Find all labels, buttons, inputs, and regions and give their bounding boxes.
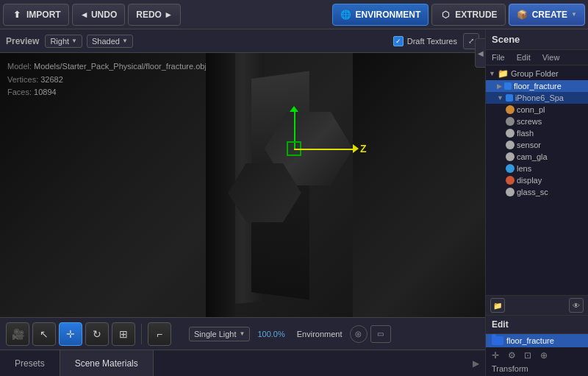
preview-title: Preview (6, 36, 39, 46)
snap-icon: ⌐ (157, 328, 162, 340)
extrude-icon: ⬡ (440, 9, 451, 21)
light-settings-button[interactable]: ◎ (350, 325, 368, 343)
geo-dark (353, 53, 485, 317)
axis-z-arrow (353, 144, 359, 153)
single-light-dropdown[interactable]: Single Light ▼ (189, 327, 250, 341)
cam-gla-icon (506, 152, 514, 161)
transform-section: ✛ ⚙ ⊡ ⊕ Transform (486, 347, 588, 376)
scene-view-button[interactable]: 👁 (569, 298, 584, 313)
tree-item-lens[interactable]: lens (486, 163, 588, 174)
screws-icon (506, 117, 514, 126)
tree-item-sensor[interactable]: sensor (486, 139, 588, 151)
tree-item-screws[interactable]: screws (486, 116, 588, 127)
extrude-button[interactable]: ⬡ EXTRUDE (431, 4, 505, 26)
scene-menu-bar: File Edit View (486, 50, 588, 65)
pivot-transform-icon: ⊕ (540, 350, 552, 362)
floor-fracture-icon (504, 82, 512, 90)
view-mode-chevron-icon: ▼ (71, 38, 77, 44)
shading-mode-dropdown[interactable]: Shaded ▼ (87, 35, 133, 48)
tab-scene-materials[interactable]: Scene Materials (60, 350, 154, 376)
create-chevron-icon: ▼ (571, 11, 577, 18)
rotate-transform-icon: ⚙ (508, 350, 520, 362)
floor-fracture-arrow-icon: ▶ (497, 82, 502, 90)
flash-icon (506, 129, 514, 138)
tree-item-conn-pl[interactable]: conn_pl (486, 104, 588, 116)
environment-button[interactable]: 🌐 ENVIRONMENT (332, 4, 429, 26)
shading-chevron-icon: ▼ (122, 38, 128, 44)
axis-y-arrow (290, 106, 298, 112)
scale-icon: ⊞ (119, 328, 128, 340)
faces-label: Faces: (7, 88, 32, 96)
move-icon: ✛ (66, 328, 75, 340)
scene-bottom-bar: 📁 👁 (486, 295, 588, 316)
axis-z (294, 149, 353, 150)
edit-item-floor-fracture[interactable]: floor_fracture (486, 334, 588, 347)
draft-textures-checkbox[interactable]: ✓ (393, 36, 404, 46)
rotate-tool-button[interactable]: ↻ (85, 322, 109, 346)
panel-collapse-button[interactable]: ◀ (475, 38, 485, 68)
bottom-tabs: Presets Scene Materials ▶ (0, 350, 485, 376)
tree-item-glass-sc[interactable]: glass_sc (486, 186, 588, 198)
tree-item-cam-gla[interactable]: cam_gla (486, 151, 588, 163)
snap-tool-button[interactable]: ⌐ (148, 322, 171, 346)
axis-z-label: Z (360, 143, 367, 155)
tree-item-group-folder[interactable]: ▼ 📁 Group Folder (486, 67, 588, 80)
create-icon: 📦 (517, 9, 528, 21)
iphone6-icon (506, 94, 513, 102)
vertices-value: 32682 (40, 75, 63, 84)
rotate-icon: ↻ (93, 328, 101, 340)
bottom-toolbar: 🎥 ↖ ✛ ↻ ⊞ ⌐ Single Light ▼ (0, 317, 485, 350)
light-chevron-icon: ▼ (240, 330, 245, 337)
lens-icon (506, 164, 514, 173)
scene-menu-view[interactable]: View (537, 50, 566, 65)
tab-presets[interactable]: Presets (0, 350, 60, 376)
group-folder-arrow-icon: ▼ (489, 70, 495, 77)
environment-label: Environment (297, 330, 343, 338)
draft-textures-control[interactable]: ✓ Draft Textures (393, 36, 457, 46)
model-label: Model: (7, 62, 32, 71)
top-toolbar: ⬆ IMPORT ◄ UNDO REDO ► 🌐 ENVIRONMENT ⬡ E… (0, 0, 588, 29)
edit-panel-title: Edit (486, 316, 588, 334)
camera-tool-button[interactable]: 🎥 (6, 322, 29, 346)
faces-value: 10894 (34, 88, 57, 96)
select-tool-button[interactable]: ↖ (32, 322, 56, 346)
scene-menu-edit[interactable]: Edit (511, 50, 537, 65)
select-icon: ↖ (40, 328, 49, 340)
undo-button[interactable]: ◄ UNDO (72, 4, 126, 26)
preview-controls: Right ▼ Shaded ▼ (45, 35, 132, 48)
scene-tree: ▼ 📁 Group Folder ▶ floor_fracture ▼ iPho… (486, 65, 588, 295)
scale-transform-icon: ⊡ (524, 350, 536, 362)
import-button[interactable]: ⬆ IMPORT (3, 4, 69, 26)
scale-tool-button[interactable]: ⊞ (112, 322, 135, 346)
right-panel: Scene File Edit View ▼ 📁 Group Folder ▶ … (485, 29, 588, 376)
tree-item-floor-fracture[interactable]: ▶ floor_fracture (486, 80, 588, 92)
redo-button[interactable]: REDO ► (128, 4, 181, 26)
scene-panel-title: Scene (486, 29, 588, 50)
model-value: Models/Starter_Pack_Physical/floor_fract… (34, 62, 207, 71)
camera-icon: 🎥 (12, 328, 24, 340)
iphone6-arrow-icon: ▼ (497, 94, 503, 102)
tree-item-iphone6[interactable]: ▼ iPhone6_Spa (486, 92, 588, 104)
create-button[interactable]: 📦 CREATE ▼ (509, 4, 585, 26)
transform-row: ✛ ⚙ ⊡ ⊕ (492, 350, 582, 362)
view-mode-dropdown[interactable]: Right ▼ (45, 35, 82, 48)
tree-item-display[interactable]: display (486, 174, 588, 186)
scene-3d: Z (206, 53, 485, 317)
viewport[interactable]: Model: Models/Starter_Pack_Physical/floo… (0, 53, 485, 317)
light-extra-button[interactable]: ▭ (370, 325, 391, 343)
import-icon: ⬆ (11, 9, 23, 21)
viewport-info: Model: Models/Starter_Pack_Physical/floo… (7, 60, 207, 99)
main-layout: Preview Right ▼ Shaded ▼ ✓ Draft Texture… (0, 29, 588, 376)
move-transform-icon: ✛ (492, 350, 503, 362)
left-panel: Preview Right ▼ Shaded ▼ ✓ Draft Texture… (0, 29, 485, 376)
preview-header: Preview Right ▼ Shaded ▼ ✓ Draft Texture… (0, 29, 485, 53)
geo-panel-2 (206, 53, 235, 317)
tabs-expand-button[interactable]: ▶ (467, 350, 485, 376)
sensor-icon (506, 141, 514, 149)
scene-menu-file[interactable]: File (486, 50, 511, 65)
move-tool-button[interactable]: ✛ (59, 322, 82, 346)
tree-item-flash[interactable]: flash (486, 127, 588, 139)
glass-sc-icon (506, 188, 514, 196)
scene-add-button[interactable]: 📁 (490, 298, 505, 313)
edit-folder-icon (492, 336, 503, 345)
